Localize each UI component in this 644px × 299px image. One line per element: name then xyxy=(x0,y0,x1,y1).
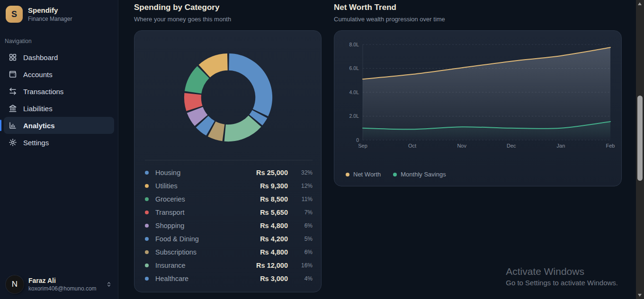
category-color-dot xyxy=(145,197,149,201)
series-legend-item-net-worth[interactable]: Net Worth xyxy=(346,171,381,178)
category-percent: 12% xyxy=(288,183,313,189)
networth-title: Net Worth Trend xyxy=(334,3,445,12)
sidebar-item-accounts[interactable]: Accounts xyxy=(4,66,114,83)
watermark-title: Activate Windows xyxy=(506,266,618,277)
networth-section-header: Net Worth Trend Cumulative wealth progre… xyxy=(334,3,445,23)
category-label: Subscriptions xyxy=(155,248,197,256)
category-percent: 7% xyxy=(288,209,313,216)
scrollbar-thumb[interactable] xyxy=(637,96,643,181)
series-label: Net Worth xyxy=(353,171,381,178)
x-tick-label: Oct xyxy=(408,143,416,149)
sidebar-item-analytics[interactable]: Analytics xyxy=(4,117,114,134)
networth-chart-legend: Net Worth Monthly Savings xyxy=(346,171,446,178)
spending-legend-row-healthcare: Healthcare Rs 3,000 4% xyxy=(145,272,313,285)
analytics-icon xyxy=(9,121,17,130)
category-label: Utilities xyxy=(155,182,178,190)
category-color-dot xyxy=(145,277,149,281)
x-tick-label: Feb xyxy=(606,143,615,149)
category-amount: Rs 3,000 xyxy=(260,275,288,282)
user-name: Faraz Ali xyxy=(28,277,97,284)
spending-section-header: Spending by Category Where your money go… xyxy=(134,3,231,23)
category-label: Food & Dining xyxy=(155,235,199,243)
category-amount: Rs 25,000 xyxy=(256,169,288,176)
spending-legend-row-food-dining: Food & Dining Rs 4,200 5% xyxy=(145,232,313,246)
app-logo: S Spendify Finance Manager xyxy=(0,0,118,27)
main-content: Spending by Category Where your money go… xyxy=(118,0,644,299)
category-label: Groceries xyxy=(155,195,185,203)
spending-legend-row-utilities: Utilities Rs 9,300 12% xyxy=(145,179,313,193)
sidebar-item-transactions[interactable]: Transactions xyxy=(4,83,114,100)
category-label: Transport xyxy=(155,209,185,216)
spending-legend-row-housing: Housing Rs 25,000 32% xyxy=(145,166,313,179)
scroll-up-arrow-icon[interactable] xyxy=(638,2,642,5)
y-tick-label: 6.0L xyxy=(349,65,359,71)
category-percent: 11% xyxy=(288,196,313,202)
sidebar-item-settings[interactable]: Settings xyxy=(4,134,114,151)
app-logo-icon: S xyxy=(6,6,23,23)
avatar: N xyxy=(6,275,24,293)
spending-category-list: Housing Rs 25,000 32% Utilities Rs 9,300… xyxy=(145,166,313,285)
category-amount: Rs 12,000 xyxy=(256,262,288,269)
y-tick-label: 2.0L xyxy=(349,113,359,119)
user-email: koxorim406@homuno.com xyxy=(28,285,97,292)
category-percent: 4% xyxy=(288,275,313,282)
series-label: Monthly Savings xyxy=(401,171,446,178)
series-color-dot xyxy=(346,173,349,176)
category-label: Insurance xyxy=(155,262,186,269)
category-amount: Rs 9,300 xyxy=(260,182,288,190)
y-tick-label: 0 xyxy=(356,137,359,143)
app-tagline: Finance Manager xyxy=(28,16,72,22)
sidebar-item-dashboard[interactable]: Dashboard xyxy=(4,49,114,66)
spending-title: Spending by Category xyxy=(134,3,231,12)
category-amount: Rs 4,800 xyxy=(260,222,288,229)
category-color-dot xyxy=(145,211,149,214)
sidebar-item-liabilities[interactable]: Liabilities xyxy=(4,100,114,117)
dashboard-grid-icon xyxy=(9,53,17,62)
donut-segment-housing[interactable] xyxy=(229,53,272,116)
spending-legend-row-shopping: Shopping Rs 4,800 6% xyxy=(145,219,313,232)
y-tick-label: 8.0L xyxy=(349,42,359,47)
app-window: S Spendify Finance Manager Navigation Da… xyxy=(0,0,644,299)
category-color-dot xyxy=(145,171,149,175)
transactions-icon xyxy=(9,87,17,96)
category-amount: Rs 4,200 xyxy=(260,235,288,243)
category-amount: Rs 5,650 xyxy=(260,209,288,216)
networth-trend-chart[interactable]: 02.0L4.0L6.0L8.0LSepOctNovDecJanFeb xyxy=(334,31,622,187)
category-percent: 6% xyxy=(288,249,313,255)
category-color-dot xyxy=(145,224,149,228)
spending-card: Housing Rs 25,000 32% Utilities Rs 9,300… xyxy=(134,30,322,292)
category-label: Shopping xyxy=(155,222,184,229)
spending-legend-row-transport: Transport Rs 5,650 7% xyxy=(145,206,313,219)
sidebar-nav: Dashboard Accounts Transactions Liabilit… xyxy=(0,49,118,151)
spending-subtitle: Where your money goes this month xyxy=(134,16,231,23)
x-tick-labels: SepOctNovDecJanFeb xyxy=(358,143,615,149)
category-color-dot xyxy=(145,184,149,188)
net-worth-area xyxy=(363,47,610,140)
sidebar: S Spendify Finance Manager Navigation Da… xyxy=(0,0,118,299)
wallet-icon xyxy=(9,70,17,79)
x-tick-label: Jan xyxy=(557,143,565,149)
spending-donut-chart[interactable] xyxy=(182,52,274,143)
category-color-dot xyxy=(145,237,149,241)
nav-section-label: Navigation xyxy=(0,27,118,49)
x-tick-label: Dec xyxy=(507,143,516,149)
y-tick-label: 4.0L xyxy=(349,89,359,95)
category-percent: 5% xyxy=(288,236,313,242)
scrollbar-track[interactable] xyxy=(636,0,644,299)
liabilities-icon xyxy=(9,104,17,113)
category-percent: 32% xyxy=(288,169,313,176)
windows-activation-watermark: Activate Windows Go to Settings to activ… xyxy=(506,266,618,287)
app-name: Spendify xyxy=(28,6,72,15)
category-percent: 16% xyxy=(288,262,313,269)
category-percent: 6% xyxy=(288,222,313,229)
category-amount: Rs 4,800 xyxy=(260,248,288,256)
series-legend-item-monthly-savings[interactable]: Monthly Savings xyxy=(393,171,446,178)
category-label: Housing xyxy=(155,169,180,176)
category-label: Healthcare xyxy=(155,275,188,282)
user-menu[interactable]: N Faraz Ali koxorim406@homuno.com xyxy=(0,270,118,299)
networth-card: 02.0L4.0L6.0L8.0LSepOctNovDecJanFeb Net … xyxy=(334,30,622,186)
networth-subtitle: Cumulative wealth progression over time xyxy=(334,16,445,23)
spending-legend-row-groceries: Groceries Rs 8,500 11% xyxy=(145,193,313,206)
scroll-down-arrow-icon[interactable] xyxy=(638,294,642,297)
chevrons-up-down-icon[interactable] xyxy=(106,281,112,288)
